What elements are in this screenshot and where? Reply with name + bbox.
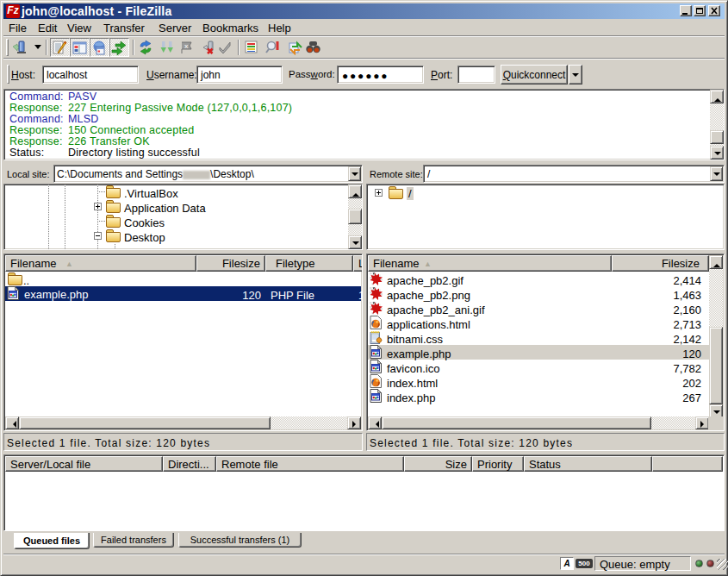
svg-text:x: x [184,42,189,50]
